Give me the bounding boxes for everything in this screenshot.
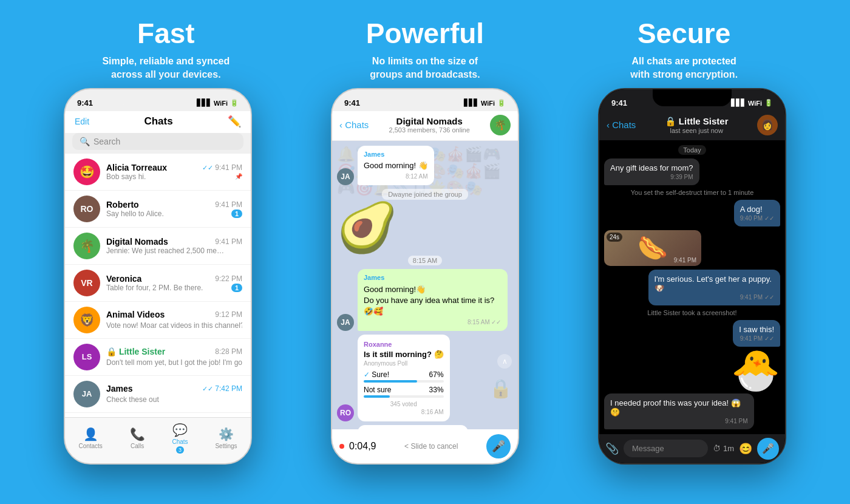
msg-bubble: James Good morning! 👋 8:12 AM [358,146,434,186]
chat-name: Digital Nomads [106,237,168,247]
contacts-icon: 👤 [83,427,98,441]
timer-control[interactable]: ⏱ 1m [713,444,734,453]
notch-3 [653,89,732,106]
mic-button[interactable]: 🎤 [486,434,511,458]
poll-option-pct: 67% [429,370,444,379]
list-item[interactable]: LS 🔒 Little Sister 8:28 PM Don't tell mo… [65,339,251,376]
msg-sender: James [364,150,428,159]
status-icons-3: ▋▋▋ WiFi 🔋 [731,99,773,107]
photo-message: 🌭 24s 9:41 PM [604,230,701,266]
tab-contacts[interactable]: 👤 Contacts [78,427,102,449]
msg-text: Good morning!👋Do you have any idea what … [364,284,501,318]
bottom-tabs: 👤 Contacts 📞 Calls 💬 Chats 3 ⚙️ Settings [65,417,251,463]
chat-name: Roberto [106,200,139,209]
attach-button[interactable]: 📎 [605,442,619,455]
list-item[interactable]: JA James ✓✓ 7:42 PM Check these out [65,376,251,413]
list-item[interactable]: 🤩 Alicia Torreaux ✓✓ 9:41 PM Bob says hi… [65,154,251,191]
time-label-dark: Today [678,145,706,155]
status-icons-1: ▋▋▋ WiFi 🔋 [197,99,239,107]
poll-bubble: Roxanne Is it still morning? 🤔 Anonymous… [358,335,450,421]
msg-text: I saw this! [739,325,774,334]
msg-bubble-dark-out: I'm serious. Let's get her a puppy. 🐶 9:… [648,270,781,305]
poll-option-text: Not sure [364,386,391,394]
msg-time: 9:41 PM [610,418,748,424]
secure-subtitle: All chats are protectedwith strong encry… [563,55,806,82]
poll-question: Is it still morning? 🤔 [364,350,444,359]
poll-sender: Roxanne [364,341,444,348]
list-item[interactable]: 🦉 Study Group 7:36 PM Emma: ... [65,413,251,417]
phone-1: 9:41 ▋▋▋ WiFi 🔋 Edit Chats ✏️ 🔍 Search [64,88,252,465]
back-button[interactable]: ‹ Chats [339,120,369,130]
group-avatar[interactable]: 🌴 [490,115,511,135]
wifi-icon: WiFi [748,100,762,107]
chat-time: 9:41 PM [215,200,242,209]
tab-calls[interactable]: 📞 Calls [130,427,145,449]
mic-button-dark[interactable]: 🎤 [757,438,779,460]
phone-1-inner: 9:41 ▋▋▋ WiFi 🔋 Edit Chats ✏️ 🔍 Search [65,89,251,463]
list-item[interactable]: 🦁 Animal Videos 9:12 PM Vote now! Moar c… [65,302,251,339]
edit-chats-button[interactable]: Edit [75,117,89,126]
list-item[interactable]: 🌴 Digital Nomads 9:41 PM Jennie: We just… [65,228,251,265]
sticker-dark: 🐣 [731,350,780,390]
avatar: 🌴 [73,233,100,259]
poll-option[interactable]: ✓ Sure! 67% [364,370,444,383]
message-input[interactable]: Message [624,440,708,457]
tab-settings[interactable]: ⚙️ Settings [215,427,237,449]
wifi-icon: WiFi [481,100,495,107]
chat-info: Alicia Torreaux ✓✓ 9:41 PM Bob says hi. … [106,163,242,181]
powerful-title: Powerful [304,17,546,50]
avatar: LS [73,344,100,370]
chat-info: Animal Videos 9:12 PM Vote now! Moar cat… [106,310,242,330]
settings-icon: ⚙️ [219,427,234,441]
tab-calls-label: Calls [131,443,144,449]
poll-footer: 345 voted [364,401,444,407]
chat-info: Veronica 9:22 PM Table for four, 2 PM. B… [106,274,242,292]
list-item[interactable]: VR Veronica 9:22 PM Table for four, 2 PM… [65,265,251,302]
msg-time: 8:15 AM ✓✓ [364,318,501,327]
search-bar[interactable]: 🔍 Search [72,133,243,150]
chat-name: 🔒 Little Sister [106,347,165,356]
chat-time: ✓✓ 9:41 PM [202,163,242,172]
poll-option[interactable]: Not sure 33% [364,386,444,398]
msg-text: Any gift ideas for mom? [610,163,693,172]
tab-chats[interactable]: 💬 Chats 3 [172,423,188,454]
msg-text: Good morning! 👋 [364,160,428,171]
chat-info: Roberto 9:41 PM Say hello to Alice. 1 [106,200,242,218]
chats-icon: 💬 [172,423,188,437]
badge: 1 [231,284,242,292]
poll-option-text: ✓ Sure! [364,370,389,379]
pin-icon: 📌 [235,173,242,180]
msg-text: I needed proof this was your idea! 😱🤫 [610,398,741,417]
chat-time: ✓✓ 7:42 PM [202,384,242,393]
user-avatar[interactable]: 👩 [757,115,778,135]
sender-avatar: JA [337,314,354,331]
chat-preview: Don't tell mom yet, but I got the job! I… [106,358,242,367]
msg-time: 9:39 PM [610,174,693,180]
compose-button[interactable]: ✏️ [228,115,241,128]
powerful-subtitle: No limits on the size ofgroups and broad… [304,55,546,82]
list-item[interactable]: RO Roberto 9:41 PM Say hello to Alice. 1 [65,191,251,228]
battery-icon: 🔋 [497,99,506,107]
tab-settings-label: Settings [215,443,237,449]
record-bar: 0:04,9 < Slide to cancel 🎤 [332,429,518,463]
chat-name-row: Alicia Torreaux ✓✓ 9:41 PM [106,163,242,172]
status-icons-2: ▋▋▋ WiFi 🔋 [464,99,506,107]
timer-icon: ⏱ [713,444,721,453]
avatar: 🦁 [73,307,100,333]
time-3: 9:41 [611,98,627,107]
phone-3-inner: 9:41 ▋▋▋ WiFi 🔋 ‹ Chats 🔒 Little Sister … [599,89,785,463]
system-message: Dwayne joined the group [382,189,468,200]
chat-info: Digital Nomads 9:41 PM Jennie: We just r… [106,237,242,255]
back-button-dark[interactable]: ‹ Chats [607,120,636,130]
chat-time: 9:41 PM [215,237,242,246]
avatar: 🤩 [73,158,100,185]
phones-row: 9:41 ▋▋▋ WiFi 🔋 Edit Chats ✏️ 🔍 Search [0,88,850,504]
notch-1 [118,89,197,106]
fast-subtitle: Simple, reliable and syncedacross all yo… [44,55,287,82]
msg-text: I'm serious. Let's get her a puppy. 🐶 [654,274,772,293]
timer-label: 1m [723,444,734,453]
emoji-button[interactable]: 😊 [739,442,752,455]
check-icon: ✓✓ [764,294,774,301]
system-message-dark: You set the self-destruct timer to 1 min… [631,189,754,196]
chat-preview: Table for four, 2 PM. Be there. [106,284,203,292]
